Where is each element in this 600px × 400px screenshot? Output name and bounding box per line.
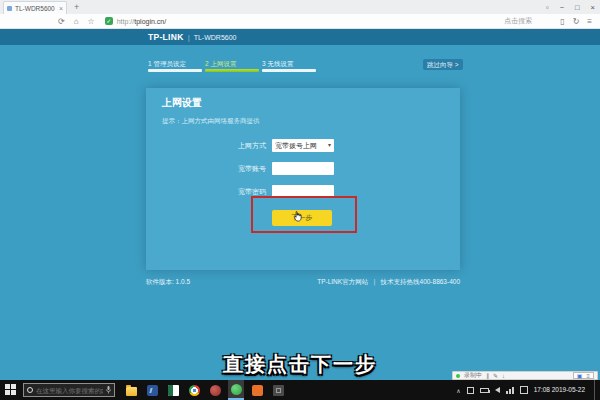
cortana-icon [27, 387, 33, 393]
taskbar-search-box[interactable] [23, 383, 115, 397]
browser-tab-bar: TL-WDR5600 × + ▫ − □ × [0, 0, 600, 14]
step-progress-bar [205, 69, 259, 72]
browser-tab[interactable]: TL-WDR5600 × [3, 1, 67, 14]
browser-viewport: TP-LINK | TL-WDR5600 1 管理员设定 2 上网设置 3 无线… [0, 29, 600, 380]
input-method-icon[interactable] [520, 386, 528, 394]
desktop: TL-WDR5600 × + ▫ − □ × ⟳ ⌂ ☆ ✓ http://tp… [0, 0, 600, 400]
pen-icon[interactable]: ✎ [493, 372, 498, 379]
form-row-account: 宽带账号 [146, 162, 460, 176]
tab-close-icon[interactable]: × [59, 5, 63, 12]
step-label: 2 上网设置 [205, 60, 259, 67]
maximize-icon[interactable]: □ [575, 3, 580, 12]
tab-preview-icon[interactable]: ▫ [546, 3, 549, 12]
chrome-icon[interactable] [186, 380, 202, 400]
chevron-down-icon: ▾ [328, 139, 331, 152]
refresh-icon[interactable]: ⟳ [58, 17, 65, 26]
screen-recorder-toolbar: 录制中 ∥ ✎ ↓ ▣ ≡ [452, 371, 598, 380]
search-hint[interactable]: 点击搜索 [504, 16, 532, 26]
setup-step-nav: 1 管理员设定 2 上网设置 3 无线设置 [148, 60, 316, 72]
active-green-app-icon[interactable] [228, 380, 244, 400]
step-internet[interactable]: 2 上网设置 [205, 60, 259, 72]
step-label: 1 管理员设定 [148, 60, 202, 67]
dark-app-icon[interactable] [270, 380, 286, 400]
home-icon[interactable]: ⌂ [74, 17, 79, 26]
url-text[interactable]: http://tplogin.cn/ [117, 18, 166, 25]
support-hotline: 技术支持热线400-8863-400 [381, 278, 460, 287]
recording-dot-icon [456, 374, 460, 378]
broadband-account-input[interactable] [272, 162, 334, 175]
official-site-link[interactable]: TP-LINK官方网站 [317, 278, 368, 287]
battery-icon[interactable] [480, 388, 489, 393]
router-page-header: TP-LINK | TL-WDR5600 [0, 29, 600, 45]
menu-icon[interactable]: ≡ [587, 17, 592, 26]
internet-type-value: 宽带拨号上网 [275, 142, 317, 149]
form-row-internet-type: 上网方式 宽带拨号上网 ▾ [146, 139, 460, 153]
new-tab-button[interactable]: + [74, 2, 79, 13]
download-icon[interactable]: ↓ [502, 373, 505, 379]
step-admin[interactable]: 1 管理员设定 [148, 60, 202, 72]
microphone-icon[interactable] [106, 386, 111, 394]
tab-favicon-icon [7, 6, 12, 11]
system-tray: ∧ 17:08 2019-05-22 [456, 380, 600, 400]
minimize-icon[interactable]: − [560, 3, 564, 12]
hidden-icons-chevron-icon[interactable]: ∧ [456, 387, 460, 394]
internet-type-select[interactable]: 宽带拨号上网 ▾ [272, 139, 334, 152]
volume-icon[interactable] [495, 387, 500, 393]
tplink-logo: TP-LINK [148, 32, 184, 42]
step-label: 3 无线设置 [262, 60, 316, 67]
url-host: tplogin.cn/ [134, 18, 166, 25]
mouse-cursor-hand-icon [292, 210, 303, 223]
taskbar-clock[interactable]: 17:08 2019-05-22 [534, 386, 585, 394]
lines-icon[interactable]: ≡ [586, 373, 590, 379]
favorite-star-icon[interactable]: ☆ [88, 17, 95, 26]
browser-toolbar-icons: ▯ ↻ ≡ [560, 17, 592, 26]
url-scheme: http:// [117, 18, 135, 25]
site-safety-shield-icon[interactable]: ✓ [105, 17, 113, 25]
network-icon[interactable] [506, 387, 514, 394]
browser-nav-icons: ⟳ ⌂ ☆ [58, 17, 95, 26]
taskbar-search-input[interactable] [36, 387, 103, 394]
step-wireless[interactable]: 3 无线设置 [262, 60, 316, 72]
internet-setup-panel: 上网设置 提示：上网方式由网络服务商提供 上网方式 宽带拨号上网 ▾ 宽带账号 … [146, 88, 460, 270]
clock-date: 2019-05-22 [552, 386, 585, 393]
close-icon[interactable]: × [591, 3, 595, 12]
show-desktop-button[interactable] [594, 380, 597, 400]
reading-view-icon[interactable]: ▯ [560, 17, 564, 26]
recorder-tool-group: ▣ ≡ [573, 372, 594, 379]
file-explorer-icon[interactable] [123, 380, 139, 400]
step-progress-bar [148, 69, 202, 72]
panel-hint: 提示：上网方式由网络服务商提供 [162, 117, 260, 126]
orange-app-icon[interactable] [249, 380, 265, 400]
grid-icon[interactable]: ▣ [577, 372, 583, 379]
browser-address-bar[interactable]: ⟳ ⌂ ☆ ✓ http://tplogin.cn/ 点击搜索 ▯ ↻ ≡ [0, 14, 600, 29]
clock-time: 17:08 [534, 386, 550, 393]
recorder-status: 录制中 [464, 371, 482, 380]
panel-title: 上网设置 [162, 96, 202, 110]
firmware-version: 软件版本: 1.0.5 [146, 278, 190, 287]
action-center-icon[interactable] [467, 387, 474, 394]
word-app-icon[interactable] [144, 380, 160, 400]
window-controls: ▫ − □ × [546, 0, 595, 14]
pause-icon[interactable]: ∥ [486, 372, 489, 379]
internet-type-label: 上网方式 [146, 139, 266, 152]
red-app-icon[interactable] [207, 380, 223, 400]
excel-app-icon[interactable] [165, 380, 181, 400]
footer-separator: ｜ [371, 278, 377, 287]
history-icon[interactable]: ↻ [573, 17, 580, 26]
taskbar-app-icons [123, 380, 286, 400]
skip-wizard-button[interactable]: 跳过向导 > [423, 59, 463, 70]
tab-title: TL-WDR5600 [15, 5, 56, 12]
start-button-icon[interactable] [5, 384, 17, 396]
router-model: TL-WDR5600 [194, 34, 237, 41]
brand-divider: | [188, 33, 190, 42]
router-page-footer: 软件版本: 1.0.5 TP-LINK官方网站 ｜ 技术支持热线400-8863… [146, 278, 460, 287]
windows-taskbar: ∧ 17:08 2019-05-22 [0, 380, 600, 400]
broadband-account-label: 宽带账号 [146, 162, 266, 175]
broadband-password-label: 宽带密码 [146, 185, 266, 198]
step-progress-bar [262, 69, 316, 72]
